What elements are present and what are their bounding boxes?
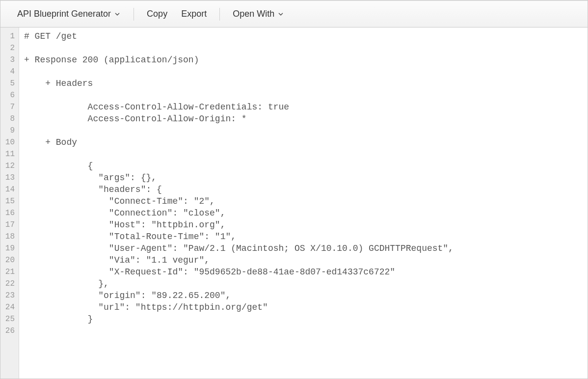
code-line: "headers": { [24, 184, 588, 195]
line-number: 17 [0, 219, 19, 231]
line-number: 15 [0, 195, 19, 207]
line-number: 11 [0, 148, 19, 160]
line-number: 3 [0, 54, 19, 66]
line-number: 1 [0, 30, 19, 42]
line-number: 14 [0, 184, 19, 195]
line-number: 9 [0, 125, 19, 136]
code-line: Access-Control-Allow-Origin: * [24, 113, 588, 125]
line-number: 8 [0, 113, 19, 125]
code-line: "Total-Route-Time": "1", [24, 231, 588, 243]
code-line [24, 125, 588, 136]
code-line: "args": {}, [24, 172, 588, 184]
code-line [24, 66, 588, 78]
line-number: 22 [0, 278, 19, 290]
line-number: 18 [0, 231, 19, 243]
separator [219, 8, 220, 21]
line-number: 12 [0, 160, 19, 172]
line-number: 26 [0, 325, 19, 337]
line-number: 23 [0, 290, 19, 301]
export-button[interactable]: Export [174, 6, 214, 22]
generator-label: API Blueprint Generator [17, 9, 111, 19]
code-line: "origin": "89.22.65.200", [24, 290, 588, 301]
code-line [24, 42, 588, 54]
code-line: }, [24, 278, 588, 290]
line-number: 2 [0, 42, 19, 54]
line-number: 5 [0, 78, 19, 89]
open-with-dropdown[interactable]: Open With [226, 6, 291, 22]
line-number-gutter: 1234567891011121314151617181920212223242… [0, 27, 19, 379]
line-number: 10 [0, 136, 19, 148]
code-line: + Headers [24, 78, 588, 89]
code-line: "X-Request-Id": "95d9652b-de88-41ae-8d07… [24, 266, 588, 278]
code-line: "Connect-Time": "2", [24, 195, 588, 207]
line-number: 4 [0, 66, 19, 78]
code-line [24, 148, 588, 160]
export-label: Export [181, 9, 207, 19]
code-line: } [24, 313, 588, 325]
chevron-down-icon [114, 9, 121, 19]
line-number: 13 [0, 172, 19, 184]
editor-area: 1234567891011121314151617181920212223242… [0, 27, 588, 379]
copy-button[interactable]: Copy [140, 6, 174, 22]
code-content[interactable]: # GET /get+ Response 200 (application/js… [19, 27, 588, 379]
line-number: 16 [0, 207, 19, 219]
code-line: "Host": "httpbin.org", [24, 219, 588, 231]
code-line: Access-Control-Allow-Credentials: true [24, 101, 588, 113]
code-line: + Body [24, 136, 588, 148]
code-line [24, 89, 588, 101]
code-line: "User-Agent": "Paw/2.1 (Macintosh; OS X/… [24, 243, 588, 254]
copy-label: Copy [147, 9, 167, 19]
code-line: + Response 200 (application/json) [24, 54, 588, 66]
toolbar: API Blueprint Generator Copy Export Open… [0, 0, 588, 27]
line-number: 7 [0, 101, 19, 113]
generator-dropdown[interactable]: API Blueprint Generator [10, 6, 128, 22]
line-number: 19 [0, 243, 19, 254]
line-number: 6 [0, 89, 19, 101]
line-number: 20 [0, 254, 19, 266]
line-number: 25 [0, 313, 19, 325]
code-line: { [24, 160, 588, 172]
code-line [24, 325, 588, 337]
code-line: "Via": "1.1 vegur", [24, 254, 588, 266]
code-line: "Connection": "close", [24, 207, 588, 219]
separator [134, 8, 134, 21]
code-line: "url": "https://httpbin.org/get" [24, 301, 588, 313]
line-number: 21 [0, 266, 19, 278]
line-number: 24 [0, 301, 19, 313]
chevron-down-icon [277, 9, 284, 19]
open-with-label: Open With [233, 9, 274, 19]
code-line: # GET /get [24, 30, 588, 42]
